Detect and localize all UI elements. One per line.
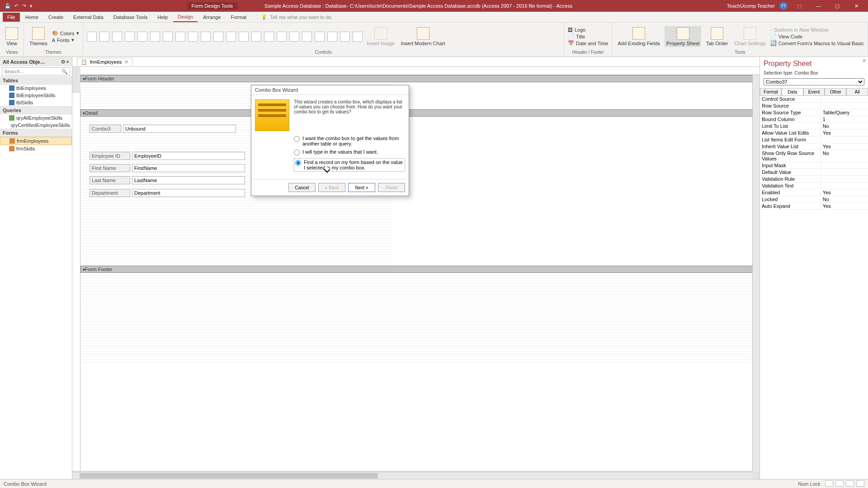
textbox-tool-icon[interactable] bbox=[99, 32, 109, 42]
prop-tab-event[interactable]: Event bbox=[803, 88, 825, 95]
view-code-button[interactable]: 📄 View Code bbox=[770, 33, 864, 39]
checkbox-tool-icon[interactable] bbox=[264, 32, 274, 42]
themes-button[interactable]: Themes bbox=[28, 26, 49, 47]
next-button[interactable]: Next > bbox=[348, 183, 375, 192]
tab-file[interactable]: File bbox=[3, 13, 20, 22]
nav-item-tblskills[interactable]: tblSkills bbox=[0, 99, 72, 106]
field-control[interactable]: EmployeeID bbox=[132, 152, 245, 160]
view-button[interactable]: View bbox=[4, 26, 20, 47]
prop-row[interactable]: Bound Column1 bbox=[760, 116, 868, 123]
combo-label[interactable]: Combo3 bbox=[90, 125, 121, 133]
line-tool-icon[interactable] bbox=[213, 32, 223, 42]
label-tool-icon[interactable] bbox=[112, 32, 122, 42]
prop-value[interactable]: Yes bbox=[821, 130, 868, 136]
field-label[interactable]: Department bbox=[90, 189, 130, 197]
field-control[interactable]: Department bbox=[132, 189, 245, 197]
image-tool-icon[interactable] bbox=[277, 32, 287, 42]
tab-format[interactable]: Format bbox=[226, 13, 251, 22]
ribbon-options-icon[interactable]: ⬚ bbox=[792, 3, 807, 9]
document-tab[interactable]: 📋 frmEmployees ✕ bbox=[77, 58, 132, 66]
close-icon[interactable]: ✕ bbox=[849, 3, 863, 9]
tab-order-button[interactable]: Tab Order bbox=[704, 26, 730, 47]
horizontal-scrollbar[interactable] bbox=[72, 472, 752, 479]
select-tool-icon[interactable] bbox=[87, 32, 97, 42]
combo-tool-icon[interactable] bbox=[175, 32, 185, 42]
radio-tool-icon[interactable] bbox=[302, 32, 312, 42]
field-firstname[interactable]: First NameFirstName bbox=[90, 164, 245, 172]
button-tool-icon[interactable] bbox=[125, 32, 135, 42]
insert-image-button[interactable]: Insert Image bbox=[365, 26, 396, 47]
tab-database-tools[interactable]: Database Tools bbox=[109, 13, 152, 22]
prop-value[interactable] bbox=[821, 96, 868, 102]
prop-value[interactable] bbox=[821, 176, 868, 182]
vertical-ruler[interactable] bbox=[72, 93, 80, 471]
field-label[interactable]: First Name bbox=[90, 164, 130, 172]
finish-button[interactable]: Finish bbox=[378, 183, 405, 192]
nav-cat-forms[interactable]: Forms bbox=[0, 129, 72, 137]
prop-value[interactable]: No bbox=[821, 123, 868, 129]
tab-help[interactable]: Help bbox=[153, 13, 172, 22]
field-label[interactable]: Last Name bbox=[90, 176, 130, 184]
prop-row[interactable]: LockedNo bbox=[760, 196, 868, 203]
tab-design[interactable]: Design bbox=[173, 12, 198, 22]
form-canvas[interactable]: ▾ Form Header ▾ Detail Combo3 Unbound Em… bbox=[80, 75, 760, 471]
prop-row[interactable]: Validation Rule bbox=[760, 176, 868, 183]
tab-external-data[interactable]: External Data bbox=[69, 13, 108, 22]
prop-value[interactable] bbox=[821, 103, 868, 109]
chart-settings-button[interactable]: Chart Settings bbox=[732, 26, 768, 47]
section-footer[interactable] bbox=[80, 273, 760, 363]
qat-more-icon[interactable]: ▾ bbox=[30, 3, 33, 9]
field-lastname[interactable]: Last NameLastName bbox=[90, 176, 245, 184]
field-control[interactable]: FirstName bbox=[132, 164, 245, 172]
nav-search[interactable]: Search... 🔍 bbox=[2, 67, 70, 75]
nav-item-tblemployees[interactable]: tblEmployees bbox=[0, 84, 72, 92]
avatar[interactable]: TT bbox=[779, 2, 788, 10]
prop-row[interactable]: Row Source TypeTable/Query bbox=[760, 109, 868, 116]
field-control[interactable]: LastName bbox=[132, 176, 245, 184]
object-selector[interactable]: Combo37 bbox=[764, 78, 864, 85]
prop-row[interactable]: List Items Edit Form bbox=[760, 136, 868, 143]
property-sheet-button[interactable]: Property Sheet bbox=[665, 26, 701, 47]
prop-row[interactable]: Auto ExpandYes bbox=[760, 203, 868, 210]
tell-me-search[interactable]: 💡 Tell me what you want to do bbox=[261, 14, 331, 20]
prop-tab-data[interactable]: Data bbox=[782, 88, 803, 95]
more-tool-icon[interactable] bbox=[353, 32, 363, 42]
prop-row[interactable]: Show Only Row Source ValuesNo bbox=[760, 150, 868, 162]
section-footer-band[interactable]: ▾ Form Footer bbox=[80, 266, 760, 273]
cancel-button[interactable]: Cancel bbox=[288, 183, 316, 192]
back-button[interactable]: < Back bbox=[318, 183, 345, 192]
web-tool-icon[interactable] bbox=[340, 32, 350, 42]
prop-row[interactable]: Input Mask bbox=[760, 162, 868, 169]
prop-value[interactable]: Yes bbox=[821, 189, 868, 196]
prop-tab-format[interactable]: Format bbox=[760, 88, 782, 95]
prop-value[interactable] bbox=[821, 169, 868, 175]
option-tool-icon[interactable] bbox=[251, 32, 261, 42]
tab-arrange[interactable]: Arrange bbox=[198, 13, 225, 22]
prop-row[interactable]: EnabledYes bbox=[760, 189, 868, 196]
save-icon[interactable]: 💾 bbox=[5, 3, 11, 9]
nav-cat-tables[interactable]: Tables bbox=[0, 76, 72, 84]
prop-row[interactable]: Allow Value List EditsYes bbox=[760, 130, 868, 136]
field-department[interactable]: DepartmentDepartment bbox=[90, 189, 245, 197]
prop-value[interactable]: Table/Query bbox=[821, 109, 868, 116]
wizard-option-find[interactable]: Find a record on my form based on the va… bbox=[294, 158, 405, 172]
prop-value[interactable]: 1 bbox=[821, 116, 868, 122]
add-fields-button[interactable]: Add Existing Fields bbox=[616, 26, 662, 47]
prop-row[interactable]: Control Source bbox=[760, 96, 868, 103]
vertical-scrollbar[interactable] bbox=[752, 75, 760, 472]
subform-tool-icon[interactable] bbox=[315, 32, 325, 42]
tab-home[interactable]: Home bbox=[21, 13, 43, 22]
prop-row[interactable]: Row Source bbox=[760, 103, 868, 109]
redo-icon[interactable]: ↷ bbox=[22, 3, 26, 9]
combo-control[interactable]: Combo3 Unbound bbox=[90, 125, 236, 133]
rect-tool-icon[interactable] bbox=[239, 32, 249, 42]
tab-tool-icon[interactable] bbox=[137, 32, 147, 42]
convert-macros-button[interactable]: 🔄 Convert Form's Macros to Visual Basic bbox=[770, 40, 864, 46]
user-name[interactable]: TeachUcomp Teacher bbox=[727, 3, 775, 9]
tab-create[interactable]: Create bbox=[44, 13, 68, 22]
prop-tab-other[interactable]: Other bbox=[825, 88, 846, 95]
prop-value[interactable]: No bbox=[821, 150, 868, 162]
link-tool-icon[interactable] bbox=[150, 32, 160, 42]
prop-value[interactable]: Yes bbox=[821, 143, 868, 150]
prop-row[interactable]: Validation Text bbox=[760, 183, 868, 189]
